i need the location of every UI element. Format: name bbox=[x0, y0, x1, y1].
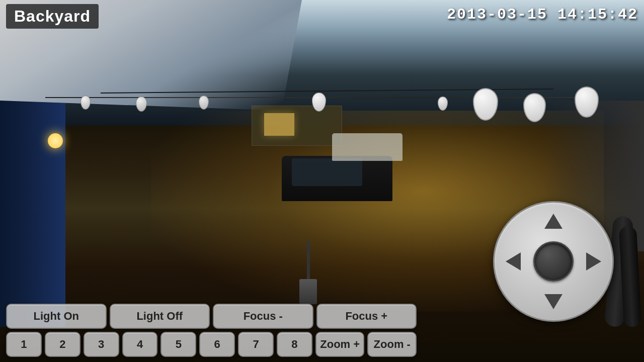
dpad-container bbox=[493, 201, 614, 322]
preset-2-button[interactable]: 2 bbox=[45, 332, 80, 357]
preset-8-button[interactable]: 8 bbox=[277, 332, 312, 357]
dpad-outer[interactable] bbox=[493, 201, 614, 322]
light-off-button[interactable]: Light Off bbox=[110, 304, 210, 329]
dpad-up-arrow bbox=[544, 214, 562, 229]
dpad-left-arrow bbox=[506, 252, 521, 270]
preset-4-button[interactable]: 4 bbox=[122, 332, 158, 357]
dpad-down-arrow bbox=[544, 294, 562, 309]
preset-7-button[interactable]: 7 bbox=[238, 332, 274, 357]
zoom-plus-button[interactable]: Zoom + bbox=[315, 332, 365, 357]
preset-6-button[interactable]: 6 bbox=[199, 332, 235, 357]
bottom-controls: Light On Light Off Focus - Focus + 1 2 3… bbox=[0, 300, 423, 362]
control-row-1: Light On Light Off Focus - Focus + bbox=[6, 304, 417, 329]
dpad-right-arrow bbox=[586, 252, 601, 270]
preset-5-button[interactable]: 5 bbox=[160, 332, 196, 357]
focus-minus-button[interactable]: Focus - bbox=[213, 304, 313, 329]
dpad-center-button[interactable] bbox=[533, 241, 574, 282]
control-row-2: 1 2 3 4 5 6 7 8 Zoom + Zoom - bbox=[6, 332, 417, 357]
preset-3-button[interactable]: 3 bbox=[84, 332, 119, 357]
light-on-button[interactable]: Light On bbox=[6, 304, 107, 329]
focus-plus-button[interactable]: Focus + bbox=[316, 304, 417, 329]
preset-1-button[interactable]: 1 bbox=[6, 332, 42, 357]
zoom-minus-button[interactable]: Zoom - bbox=[367, 332, 417, 357]
